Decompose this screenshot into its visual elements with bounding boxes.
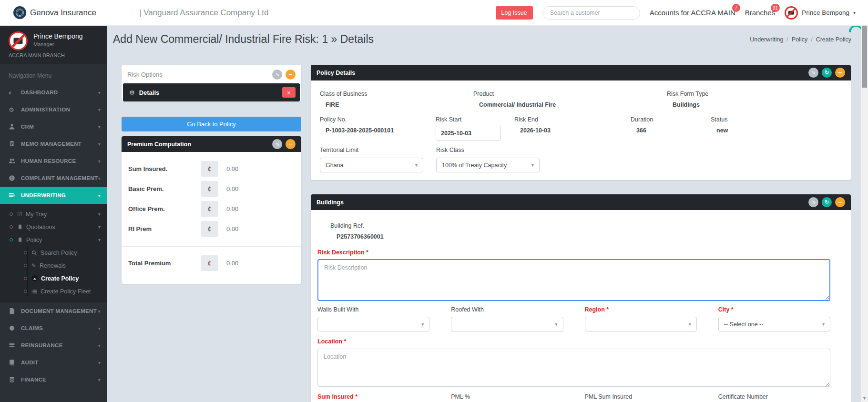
go-back-to-policy-button[interactable]: Go Back to Policy: [122, 117, 301, 131]
book-icon: [9, 359, 21, 366]
collapse-icon[interactable]: −: [835, 68, 845, 78]
breadcrumb: Underwriting Policy Create Policy: [750, 36, 851, 43]
sidebar-item-document-management[interactable]: DOCUMENT MANAGEMENT ▾: [0, 302, 107, 320]
bullet-icon: [24, 277, 27, 280]
profile-avatar-icon: [9, 31, 28, 50]
buildings-title: Buildings: [317, 199, 344, 206]
premium-basic-prem-value: 0.00: [226, 185, 238, 192]
edit-icon[interactable]: ✎: [808, 68, 818, 78]
sidebar: Prince Bempong Manager ACCRA MAIN BRANCH…: [0, 26, 107, 402]
sidebar-item-memo-management[interactable]: MEMO MANAGEMENT ▾: [0, 135, 107, 152]
cogs-icon: ⚙: [129, 89, 135, 96]
chevron-down-icon: ▾: [98, 159, 101, 164]
content: Risk Options ✎ − ⚙ Details × Go Back to …: [107, 49, 861, 402]
field-city: City * -- Select one -- ▾: [718, 306, 830, 332]
chevron-down-icon: ▾: [98, 90, 101, 95]
risk-options-header: Risk Options ✎ −: [122, 65, 301, 83]
accounts-badge: 7: [732, 4, 740, 12]
premium-computation-panel: Premium Computation ✎ − Sum Insured. ₵ 0…: [122, 136, 301, 284]
policy-submenu: Search Policy ✎ Renewals Create Policy C…: [0, 246, 107, 298]
sidebar-item-human-resource[interactable]: HUMAN RESOURCE ▾: [0, 152, 107, 170]
submenu-item-policy[interactable]: Policy ▾: [0, 233, 107, 246]
sidebar-item-complaint-management[interactable]: COMPLAINT MANAGEMENT ▾: [0, 170, 107, 187]
edit-icon[interactable]: ✎: [272, 139, 282, 149]
field-walls-built-with: Walls Built With ▾: [317, 306, 429, 332]
risk-form-type-value: Buildings: [667, 101, 843, 108]
breadcrumb-create-policy[interactable]: Create Policy: [811, 36, 851, 43]
scrollbar-down-arrow[interactable]: ▼: [861, 396, 868, 401]
submenu-item-search-policy[interactable]: Search Policy: [0, 246, 107, 259]
sidebar-item-finance[interactable]: FINANCE ▾: [0, 371, 107, 388]
field-class-of-business: Class of Business FIRE: [320, 90, 473, 108]
details-tab[interactable]: ⚙ Details ×: [123, 83, 300, 101]
field-risk-start: Risk Start: [436, 116, 514, 141]
sidebar-item-dashboard[interactable]: ◐ DASHBOARD ▾: [0, 84, 107, 101]
bullet-icon: [10, 212, 13, 216]
walls-built-with-select[interactable]: ▾: [317, 317, 429, 332]
location-textarea[interactable]: [317, 349, 830, 387]
customer-search-input[interactable]: [542, 6, 640, 20]
sidebar-item-audit[interactable]: AUDIT ▾: [0, 354, 107, 371]
divider: [122, 246, 301, 247]
region-select[interactable]: ▾: [585, 317, 697, 332]
field-risk-form-type: Risk Form Type Buildings: [667, 90, 843, 108]
bullet-icon: [24, 290, 27, 293]
risk-class-select[interactable]: 100% of Treaty Capacity ▾: [436, 158, 540, 172]
chevron-down-icon: ▾: [421, 322, 424, 327]
sidebar-item-claims[interactable]: CLAIMS ▾: [0, 320, 107, 337]
collapse-icon[interactable]: −: [286, 139, 296, 149]
sidebar-item-administration[interactable]: ⚙ ADMINISTRATION ▾: [0, 101, 107, 118]
risk-description-textarea[interactable]: [317, 259, 830, 301]
accounts-link[interactable]: Accounts for ACCRA MAIN 7: [650, 9, 735, 17]
submenu-item-renewals[interactable]: ✎ Renewals: [0, 259, 107, 272]
premium-row-basic-prem: Basic Prem. ₵ 0.00: [128, 181, 295, 197]
sidebar-item-underwriting[interactable]: UNDERWRITING ▾: [0, 187, 107, 204]
premium-office-prem-value: 0.00: [226, 205, 238, 212]
brand-name: Genova Insurance: [30, 8, 96, 18]
vertical-scrollbar[interactable]: ▼: [861, 26, 868, 402]
log-issue-button[interactable]: Log Issue: [496, 6, 533, 20]
submenu-item-quotations[interactable]: Quotations ▾: [0, 221, 107, 233]
refresh-icon[interactable]: ↻: [822, 68, 832, 78]
claims-circle-icon: [9, 325, 21, 332]
sidebar-item-reinsurance[interactable]: REINSURANCE ▾: [0, 337, 107, 354]
cedi-currency-icon: ₵: [201, 201, 218, 217]
remove-details-button[interactable]: ×: [282, 87, 296, 98]
title-row: Add New Commercial/ Industrial Fire Risk…: [107, 26, 861, 49]
refresh-icon[interactable]: ↻: [822, 197, 832, 207]
user-menu[interactable]: Prince Bempong ▾: [785, 6, 856, 20]
scrollbar-thumb[interactable]: [862, 26, 867, 88]
dashboard-icon: ◐: [9, 89, 21, 96]
field-product: Product Commercial/ Industrial Fire: [473, 90, 667, 108]
policy-details-title: Policy Details: [317, 70, 355, 76]
premium-row-total: Total Premium ₵ 0.00: [128, 255, 295, 271]
city-select[interactable]: -- Select one -- ▾: [718, 317, 830, 332]
premium-computation-title: Premium Computation: [127, 141, 191, 148]
submenu-item-my-tray[interactable]: ☑ My Tray ▾: [0, 208, 107, 221]
collapse-icon[interactable]: −: [286, 70, 296, 80]
submenu-item-create-policy[interactable]: Create Policy: [0, 272, 107, 285]
risk-description-label: Risk Description *: [317, 249, 830, 256]
risk-start-input[interactable]: [436, 126, 501, 141]
branches-link[interactable]: Branches 31: [745, 9, 775, 17]
chevron-down-icon: ▾: [415, 162, 418, 168]
field-status: Status new: [711, 116, 843, 134]
buildings-header: Buildings ✎ ↻ −: [311, 194, 851, 210]
breadcrumb-underwriting[interactable]: Underwriting: [750, 36, 783, 43]
collapse-icon[interactable]: −: [835, 197, 845, 207]
chevron-down-icon: ▾: [822, 322, 825, 327]
territorial-limit-select[interactable]: Ghana ▾: [320, 158, 423, 172]
list-icon: [31, 289, 37, 294]
users-icon: [9, 158, 21, 164]
breadcrumb-policy[interactable]: Policy: [786, 36, 807, 43]
policy-details-panel: Policy Details ✎ ↻ − Class of Business F…: [311, 65, 851, 180]
field-certificate-number: Certificate Number: [718, 393, 830, 402]
submenu-item-create-policy-fleet[interactable]: Create Policy Fleet: [0, 285, 107, 298]
roofed-with-select[interactable]: ▾: [451, 317, 563, 332]
edit-icon[interactable]: ✎: [808, 197, 818, 207]
bullet-icon: [10, 225, 13, 229]
sidebar-item-crm[interactable]: CRM ▾: [0, 118, 107, 135]
premium-total-value: 0.00: [226, 260, 238, 267]
edit-icon[interactable]: ✎: [272, 70, 282, 80]
duration-value: 366: [631, 127, 711, 134]
